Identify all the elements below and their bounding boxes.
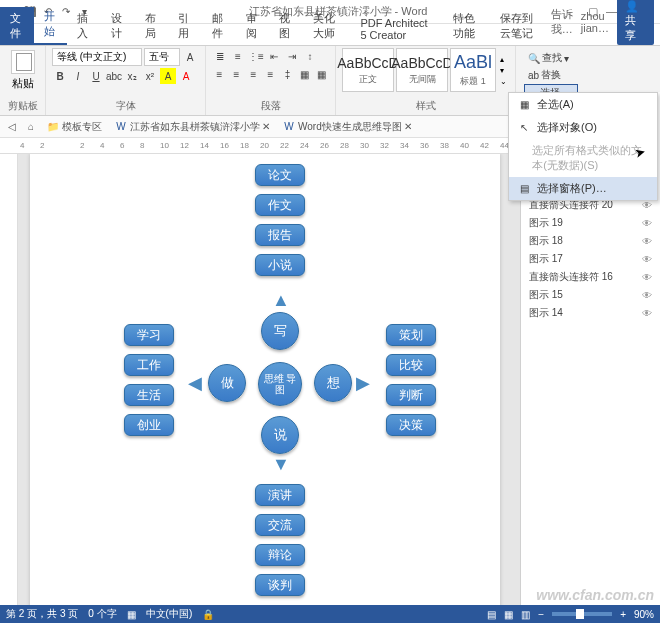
numbering-icon[interactable]: ≡ [230, 48, 246, 64]
styles-down-icon[interactable]: ▾ [500, 66, 507, 75]
paste-button[interactable]: 粘贴 [6, 48, 39, 93]
tab-review[interactable]: 审阅 [236, 7, 270, 45]
shading-icon[interactable]: ▦ [297, 66, 312, 82]
bc-home-icon[interactable]: ⌂ [24, 120, 38, 133]
replace-button[interactable]: ab 替换 [524, 67, 578, 83]
node-left[interactable]: 学习 [124, 324, 174, 346]
highlight-icon[interactable]: A [160, 68, 176, 84]
word-count[interactable]: 0 个字 [88, 607, 116, 621]
node-center[interactable]: 思维 导图 [258, 362, 302, 406]
node-do[interactable]: 做 [208, 364, 246, 402]
view-read-icon[interactable]: ▤ [487, 609, 496, 620]
node-write[interactable]: 写 [261, 312, 299, 350]
eye-icon[interactable]: 👁 [642, 290, 652, 301]
share-button[interactable]: 👤 共享 [617, 0, 654, 45]
user-name[interactable]: zhou jian… [581, 10, 611, 34]
tab-pdf[interactable]: PDF Architect 5 Creator [350, 13, 442, 45]
list-item[interactable]: 直接箭头连接符 16👁 [523, 268, 658, 286]
font-name-select[interactable] [52, 48, 142, 66]
grow-font-icon[interactable]: A [182, 49, 198, 65]
language[interactable]: 中文(中国) [146, 607, 193, 621]
list-item[interactable]: 图示 17👁 [523, 250, 658, 268]
font-color-icon[interactable]: A [178, 68, 194, 84]
vertical-ruler[interactable] [0, 154, 18, 605]
style-heading1[interactable]: AaBl 标题 1 [450, 48, 496, 92]
tab-references[interactable]: 引用 [168, 7, 202, 45]
style-normal[interactable]: AaBbCcD 正文 [342, 48, 394, 92]
node-right[interactable]: 比较 [386, 354, 436, 376]
style-nospacing[interactable]: AaBbCcD 无间隔 [396, 48, 448, 92]
zoom-value[interactable]: 90% [634, 609, 654, 620]
tab-features[interactable]: 特色功能 [443, 7, 490, 45]
node-speak[interactable]: 说 [261, 416, 299, 454]
node-bottom[interactable]: 辩论 [255, 544, 305, 566]
node-left[interactable]: 创业 [124, 414, 174, 436]
bold-icon[interactable]: B [52, 68, 68, 84]
view-web-icon[interactable]: ▥ [521, 609, 530, 620]
menu-selection-pane[interactable]: ▤选择窗格(P)… [509, 177, 657, 200]
tab-layout[interactable]: 布局 [135, 7, 169, 45]
list-item[interactable]: 图示 14👁 [523, 304, 658, 322]
page-count[interactable]: 第 2 页，共 3 页 [6, 607, 78, 621]
node-left[interactable]: 生活 [124, 384, 174, 406]
node-top[interactable]: 作文 [255, 194, 305, 216]
eye-icon[interactable]: 👁 [642, 200, 652, 211]
zoom-out-icon[interactable]: − [538, 609, 544, 620]
node-top[interactable]: 报告 [255, 224, 305, 246]
node-bottom[interactable]: 谈判 [255, 574, 305, 596]
zoom-slider[interactable] [552, 612, 612, 616]
node-top[interactable]: 论文 [255, 164, 305, 186]
justify-icon[interactable]: ≡ [263, 66, 278, 82]
font-size-select[interactable] [144, 48, 180, 66]
eye-icon[interactable]: 👁 [642, 254, 652, 265]
node-think[interactable]: 想 [314, 364, 352, 402]
tab-view[interactable]: 视图 [269, 7, 303, 45]
node-left[interactable]: 工作 [124, 354, 174, 376]
bullets-icon[interactable]: ≣ [212, 48, 228, 64]
sort-icon[interactable]: ↕ [302, 48, 318, 64]
view-print-icon[interactable]: ▦ [504, 609, 513, 620]
indent-left-icon[interactable]: ⇤ [266, 48, 282, 64]
bc-back-icon[interactable]: ◁ [4, 120, 20, 133]
line-spacing-icon[interactable]: ‡ [280, 66, 295, 82]
styles-more-icon[interactable]: ⌄ [500, 77, 507, 86]
italic-icon[interactable]: I [70, 68, 86, 84]
bc-doc2[interactable]: WWord快速生成思维导图 ✕ [278, 119, 416, 135]
track-changes-icon[interactable]: 🔒 [202, 609, 214, 620]
mind-map-diagram[interactable]: 思维 导图 写 说 做 想 ▲ ▼ ◀ ▶ 论文 作文 报告 小说 学习 工作 … [80, 164, 480, 604]
strike-icon[interactable]: abc [106, 68, 122, 84]
node-right[interactable]: 策划 [386, 324, 436, 346]
bc-templates[interactable]: 📁模板专区 [42, 119, 106, 135]
superscript-icon[interactable]: x² [142, 68, 158, 84]
node-top[interactable]: 小说 [255, 254, 305, 276]
language-icon[interactable]: ▦ [127, 609, 136, 620]
tell-me[interactable]: 告诉我… [551, 7, 575, 37]
eye-icon[interactable]: 👁 [642, 236, 652, 247]
bc-doc1[interactable]: W江苏省如东县栟茶镇浒澪小学 ✕ [110, 119, 274, 135]
find-button[interactable]: 🔍 查找 ▾ [524, 50, 578, 66]
tab-file[interactable]: 文件 [0, 7, 34, 45]
borders-icon[interactable]: ▦ [314, 66, 329, 82]
list-item[interactable]: 图示 15👁 [523, 286, 658, 304]
tab-mailings[interactable]: 邮件 [202, 7, 236, 45]
styles-up-icon[interactable]: ▴ [500, 55, 507, 64]
tab-home[interactable]: 开始 [34, 5, 68, 45]
eye-icon[interactable]: 👁 [642, 272, 652, 283]
subscript-icon[interactable]: x₂ [124, 68, 140, 84]
tab-design[interactable]: 设计 [101, 7, 135, 45]
indent-right-icon[interactable]: ⇥ [284, 48, 300, 64]
align-center-icon[interactable]: ≡ [229, 66, 244, 82]
menu-select-all[interactable]: ▦全选(A) [509, 93, 657, 116]
list-item[interactable]: 图示 18👁 [523, 232, 658, 250]
menu-select-objects[interactable]: ↖选择对象(O) [509, 116, 657, 139]
multilevel-icon[interactable]: ⋮≡ [248, 48, 264, 64]
tab-insert[interactable]: 插入 [67, 7, 101, 45]
node-bottom[interactable]: 演讲 [255, 484, 305, 506]
document-page[interactable]: 思维 导图 写 说 做 想 ▲ ▼ ◀ ▶ 论文 作文 报告 小说 学习 工作 … [30, 154, 500, 605]
eye-icon[interactable]: 👁 [642, 308, 652, 319]
menu-select-similar[interactable]: 选定所有格式类似的文本(无数据)(S) [509, 139, 657, 177]
tab-cloud[interactable]: 保存到云笔记 [490, 7, 551, 45]
align-right-icon[interactable]: ≡ [246, 66, 261, 82]
list-item[interactable]: 图示 19👁 [523, 214, 658, 232]
underline-icon[interactable]: U [88, 68, 104, 84]
